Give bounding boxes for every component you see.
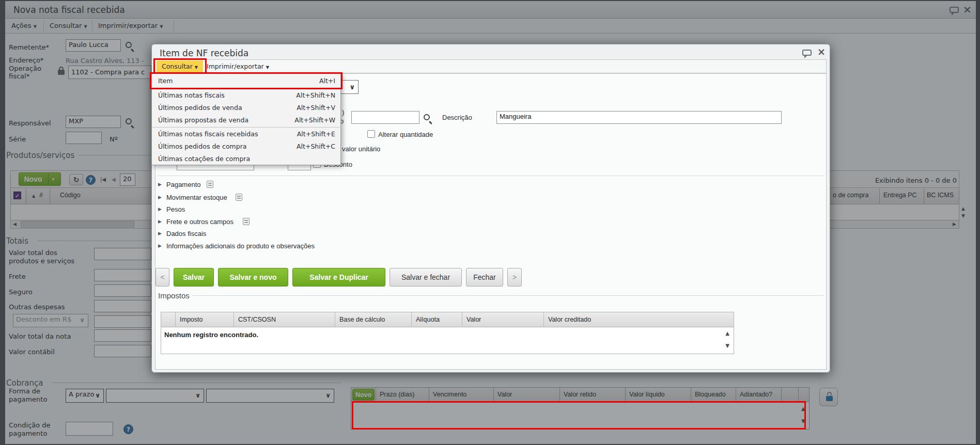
menu-item-label: Últimos pedidos de compra	[158, 140, 246, 153]
section-rule	[192, 295, 823, 296]
menu-imprimir-label: Imprimir/exportar	[207, 62, 264, 70]
scroll-up-icon[interactable]: ▲	[725, 330, 729, 336]
search-icon[interactable]	[424, 114, 430, 120]
modal-item-nf-recebida: Item de NF recebida × Consultar ▼ Imprim…	[151, 44, 830, 373]
salvar-e-fechar-button[interactable]: Salvar e fechar	[390, 268, 462, 287]
section-movimentar-estoque[interactable]: Movimentar estoque	[166, 194, 227, 201]
expand-arrow-icon[interactable]: ▶	[158, 195, 162, 200]
codigo-input[interactable]	[351, 111, 419, 124]
menu-item-ultimos-pedidos-venda[interactable]: Últimos pedidos de venda Alt+Shift+V	[152, 102, 341, 114]
menu-item-label: Últimas propostas de venda	[158, 114, 248, 126]
comment-icon[interactable]	[802, 50, 812, 56]
expand-arrow-icon[interactable]: ▶	[158, 231, 162, 236]
menu-item-label: Últimas cotações de compra	[158, 153, 250, 165]
section-pesos[interactable]: Pesos	[166, 205, 185, 213]
section-informacoes-adicionais[interactable]: Informações adicionais do produto e obse…	[166, 242, 315, 250]
next-item-button[interactable]: >	[507, 268, 522, 287]
expand-arrow-icon[interactable]: ▶	[158, 219, 162, 224]
empty-table-text: Nenhum registro encontrado.	[164, 331, 258, 339]
descricao-label: Descrição	[442, 114, 472, 121]
col-base-calculo[interactable]: Base de cálculo	[335, 312, 412, 327]
section-frete-outros[interactable]: Frete e outros campos	[166, 218, 234, 226]
alterar-quantidade-checkbox[interactable]	[367, 130, 375, 138]
modal-title: Item de NF recebida	[160, 48, 248, 58]
menu-item-shortcut: Alt+Shift+N	[296, 89, 335, 102]
consultar-dropdown-menu: Item Alt+I Últimas notas fiscais Alt+Shi…	[151, 73, 341, 165]
close-icon[interactable]: ×	[817, 46, 826, 57]
salvar-button[interactable]: Salvar	[174, 268, 214, 287]
col-aliquota[interactable]: Alíquota	[412, 312, 462, 327]
fechar-button[interactable]: Fechar	[466, 268, 503, 287]
descricao-input[interactable]: Mangueira	[496, 111, 782, 124]
form-icon[interactable]	[243, 218, 250, 225]
menu-item-ultimas-propostas-venda[interactable]: Últimas propostas de venda Alt+Shift+W	[152, 114, 341, 126]
col-valor-creditado[interactable]: Valor creditado	[544, 312, 734, 327]
menu-item-label: Últimas notas fiscais	[158, 89, 225, 102]
menu-item-shortcut: Alt+Shift+W	[294, 114, 335, 126]
annotation-box-menu-item	[150, 72, 343, 89]
expand-arrow-icon[interactable]: ▶	[158, 243, 162, 248]
menu-item-ultimos-pedidos-compra[interactable]: Últimos pedidos de compra Alt+Shift+C	[152, 140, 341, 153]
annotation-box-pagamentos	[352, 401, 806, 430]
section-pagamento[interactable]: Pagamento	[166, 181, 201, 188]
menu-imprimir[interactable]: Imprimir/exportar ▼	[207, 60, 269, 73]
expand-arrow-icon[interactable]: ▶	[158, 206, 162, 212]
impostos-section-title: Impostos	[158, 291, 190, 300]
expand-arrow-icon[interactable]: ▶	[158, 182, 162, 187]
salvar-e-novo-button[interactable]: Salvar e novo	[218, 268, 288, 287]
chevron-down-icon: ▼	[266, 65, 269, 70]
menu-item-shortcut: Alt+Shift+C	[297, 140, 335, 153]
alterar-quantidade-label: Alterar quantidade	[378, 131, 433, 138]
chevron-down-icon: ∨	[349, 83, 355, 91]
separator	[158, 176, 823, 176]
impostos-table-body: Nenhum registro encontrado. ▲ ▼	[161, 327, 734, 354]
menu-item-ultimas-cotacoes-compra[interactable]: Últimas cotações de compra	[152, 153, 341, 165]
section-dados-fiscais[interactable]: Dados fiscais	[166, 230, 206, 237]
menu-item-label: Últimas notas fiscais recebidas	[158, 128, 258, 140]
form-icon[interactable]	[236, 194, 242, 201]
impostos-table-header: Imposto CST/CSOSN Base de cálculo Alíquo…	[161, 312, 734, 327]
menu-separator	[152, 127, 341, 128]
menu-item-shortcut: Alt+Shift+V	[297, 102, 335, 114]
menu-item-ultimas-notas-fiscais[interactable]: Últimas notas fiscais Alt+Shift+N	[152, 89, 341, 102]
col-valor-imposto[interactable]: Valor	[462, 312, 544, 327]
occluded-label-fragment-1: )	[342, 108, 344, 116]
salvar-e-duplicar-button[interactable]: Salvar e Duplicar	[292, 268, 385, 287]
menu-item-shortcut: Alt+Shift+E	[297, 128, 335, 140]
menu-item-ultimas-nf-recebidas[interactable]: Últimas notas fiscais recebidas Alt+Shif…	[152, 128, 341, 140]
scroll-down-icon[interactable]: ▼	[725, 343, 729, 348]
col-spacer	[161, 312, 176, 327]
menu-item-label: Últimos pedidos de venda	[158, 102, 242, 114]
prev-item-button[interactable]: <	[155, 268, 169, 287]
col-imposto[interactable]: Imposto	[176, 312, 234, 327]
form-icon[interactable]	[207, 181, 213, 188]
col-cst-csosn[interactable]: CST/CSOSN	[234, 312, 335, 327]
